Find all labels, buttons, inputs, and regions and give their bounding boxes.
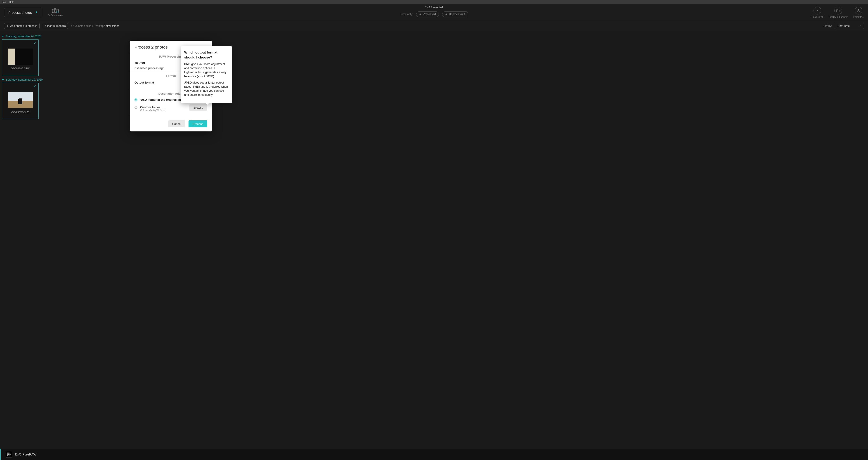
tooltip-jpeg-text: JPEG gives you a lighter output (about 5… — [184, 80, 229, 97]
app-name: DxO PureRAW — [15, 453, 36, 456]
add-photos-label: Add photos to process — [10, 24, 37, 28]
svg-point-2 — [54, 10, 56, 12]
filter-processed-label: Processed — [423, 13, 436, 16]
filter-unprocessed-label: Unprocessed — [449, 13, 465, 16]
header-right-actions: Unselect all Display in Explorer Export … — [812, 7, 864, 18]
plus-icon — [6, 25, 9, 27]
header: Process photos DxO Modules 2 of 2 select… — [0, 4, 868, 21]
dxo-modules-button[interactable]: DxO Modules — [48, 8, 63, 17]
sort-value: Shot Date — [838, 24, 850, 28]
group-title: Saturday, September 19, 2020 — [6, 78, 43, 81]
clear-thumbs-label: Clear thumbnails — [45, 24, 66, 28]
filter-processed-pill[interactable]: Processed — [416, 11, 439, 17]
tooltip-title: Which output format should I choose? — [184, 50, 229, 60]
method-label: Method — [134, 61, 145, 64]
toolbar: Add photos to process Clear thumbnails C… — [0, 21, 868, 31]
group-title: Tuesday, November 24, 2020 — [6, 35, 41, 38]
output-format-label: Output format — [134, 81, 154, 84]
thumbnail-filename: DSC03286.ARW — [11, 67, 29, 70]
ai-sparkle-icon — [35, 11, 38, 14]
breadcrumb-path: C: \ Users \ deliq \ Desktop \ — [71, 24, 106, 28]
camera-icon — [52, 8, 59, 13]
unselect-all-button[interactable]: Unselect all — [812, 7, 824, 18]
collapse-triangle-icon — [2, 79, 4, 80]
menu-file[interactable]: File — [2, 1, 6, 3]
menu-help[interactable]: Help — [9, 1, 14, 3]
folder-icon — [836, 9, 840, 12]
add-photos-button[interactable]: Add photos to process — [4, 23, 39, 29]
thumbnail[interactable]: ✓ DSC03497.ARW — [2, 83, 39, 119]
cancel-button[interactable]: Cancel — [168, 120, 185, 127]
browse-button[interactable]: Browse — [189, 104, 207, 111]
center-filters: 2 of 2 selected Show only: Processed Unp… — [400, 6, 468, 17]
destination-custom-radio[interactable]: Custom folder C:/Users/deliq/Pictures — [134, 105, 165, 111]
process-photos-label: Process photos — [8, 11, 32, 14]
dot-icon — [445, 13, 447, 15]
destination-custom-label: Custom folder — [140, 105, 165, 109]
dot-icon — [420, 13, 421, 15]
unselect-label: Unselect all — [812, 16, 824, 18]
modules-label: DxO Modules — [48, 14, 63, 17]
radio-icon — [134, 98, 137, 101]
svg-rect-1 — [54, 8, 56, 9]
clear-thumbnails-button[interactable]: Clear thumbnails — [43, 23, 68, 29]
filter-unprocessed-pill[interactable]: Unprocessed — [442, 11, 468, 17]
export-icon — [857, 9, 860, 12]
tooltip-tail-icon — [206, 103, 209, 105]
collapse-triangle-icon — [2, 36, 4, 37]
thumbnail[interactable]: ✓ DSC03286.ARW — [2, 39, 39, 76]
sort-by-label: Sort by: — [823, 24, 832, 28]
unselect-icon — [816, 9, 819, 12]
footer: DXO PR DxO PureRAW — [0, 449, 868, 460]
show-only-label: Show only: — [400, 13, 413, 16]
export-button[interactable]: Export to... — [853, 7, 864, 18]
check-icon: ✓ — [34, 41, 37, 45]
thumbnail-image — [8, 48, 33, 65]
group-header[interactable]: Tuesday, November 24, 2020 — [2, 35, 866, 38]
destination-custom-path: C:/Users/deliq/Pictures — [140, 109, 165, 111]
sort-select[interactable]: Shot Date — [835, 23, 864, 29]
tooltip-dng-text: DNG gives you more adjustment and correc… — [184, 62, 229, 78]
process-button[interactable]: Process — [188, 120, 207, 127]
explorer-label: Display in Explorer — [829, 16, 847, 18]
svg-point-4 — [817, 10, 818, 11]
display-in-explorer-button[interactable]: Display in Explorer — [829, 7, 847, 18]
estimated-time-label: Estimated processing t — [134, 67, 164, 70]
selection-count: 2 of 2 selected — [425, 6, 443, 9]
process-photos-button[interactable]: Process photos — [4, 8, 42, 18]
export-label: Export to... — [853, 16, 864, 18]
thumbnail-image — [8, 92, 33, 108]
breadcrumb-current: New folder — [106, 24, 119, 28]
app-badge-icon: DXO PR — [6, 451, 12, 458]
chevron-down-icon — [859, 25, 861, 27]
format-help-tooltip: Which output format should I choose? DNG… — [181, 46, 232, 103]
radio-icon — [134, 106, 137, 109]
thumbnail-filename: DSC03497.ARW — [11, 110, 29, 113]
breadcrumb: C: \ Users \ deliq \ Desktop \ New folde… — [71, 24, 119, 28]
menubar: File Help — [0, 0, 868, 4]
check-icon: ✓ — [34, 84, 37, 88]
